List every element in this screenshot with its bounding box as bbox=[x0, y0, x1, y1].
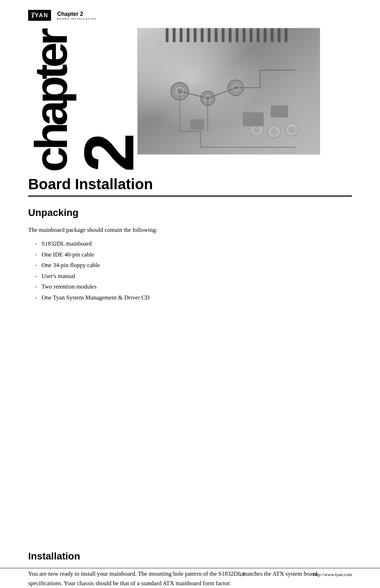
unpacking-list: S1832DL mainboard One IDE 40-pin cable O… bbox=[28, 239, 352, 303]
installation-heading: Installation bbox=[28, 551, 352, 562]
svg-rect-7 bbox=[201, 28, 203, 42]
list-item: Two retention modules bbox=[35, 281, 352, 292]
svg-rect-14 bbox=[250, 28, 253, 42]
page-container: T YAN Chapter 2 Board Installation chapt… bbox=[0, 0, 380, 588]
svg-rect-18 bbox=[278, 28, 280, 42]
svg-rect-11 bbox=[229, 28, 232, 42]
circuit-svg bbox=[138, 28, 320, 154]
chapter-info: Chapter 2 Board Installation bbox=[57, 11, 97, 20]
svg-rect-3 bbox=[173, 28, 176, 42]
svg-rect-19 bbox=[285, 28, 287, 42]
svg-rect-41 bbox=[190, 119, 204, 130]
svg-point-34 bbox=[288, 126, 295, 133]
svg-rect-2 bbox=[166, 28, 169, 42]
svg-rect-12 bbox=[236, 28, 239, 42]
svg-rect-16 bbox=[264, 28, 266, 42]
hero-section: chapter2 bbox=[0, 21, 380, 172]
svg-rect-15 bbox=[257, 28, 260, 42]
logo-yan-letters: YAN bbox=[35, 12, 48, 19]
svg-rect-10 bbox=[222, 28, 224, 42]
tyan-logo: T YAN bbox=[28, 10, 51, 21]
svg-rect-6 bbox=[194, 28, 197, 42]
content-area: Unpacking The mainboard package should c… bbox=[0, 197, 380, 547]
page-header: T YAN Chapter 2 Board Installation bbox=[0, 0, 380, 21]
svg-rect-4 bbox=[180, 28, 183, 42]
unpacking-intro: The mainboard package should contain the… bbox=[28, 225, 352, 235]
unpacking-heading: Unpacking bbox=[28, 207, 352, 218]
svg-rect-40 bbox=[271, 105, 288, 118]
board-installation-title: Board Installation bbox=[28, 176, 352, 197]
svg-rect-17 bbox=[271, 28, 273, 42]
svg-point-30 bbox=[253, 126, 260, 133]
list-item: One IDE 40-pin cable bbox=[35, 249, 352, 260]
page-number: 10 bbox=[171, 572, 313, 577]
hero-image bbox=[137, 28, 320, 155]
page-footer: 10 http://www.tyan.com bbox=[0, 568, 380, 581]
svg-rect-39 bbox=[243, 112, 264, 126]
list-item: One Tyan System Management & Driver CD bbox=[35, 292, 352, 303]
svg-rect-8 bbox=[208, 28, 210, 42]
board-installation-section: Board Installation bbox=[0, 172, 380, 197]
chapter-sub-label: Board Installation bbox=[57, 18, 97, 20]
footer-url: http://www.tyan.com bbox=[313, 572, 352, 577]
logo-t-letter: T bbox=[31, 11, 35, 19]
svg-point-32 bbox=[271, 128, 278, 135]
chapter-vertical-text: chapter2 bbox=[28, 31, 144, 172]
installation-section: Installation You are now ready to instal… bbox=[0, 547, 380, 588]
svg-rect-9 bbox=[215, 28, 217, 42]
logo-area: T YAN Chapter 2 Board Installation bbox=[28, 10, 96, 21]
svg-rect-5 bbox=[187, 28, 190, 42]
list-item: S1832DL mainboard bbox=[35, 239, 352, 249]
svg-rect-13 bbox=[243, 28, 246, 42]
list-item: One 34-pin floppy cable bbox=[35, 260, 352, 271]
list-item: User's manual bbox=[35, 271, 352, 282]
chapter-label: Chapter 2 bbox=[57, 11, 97, 17]
